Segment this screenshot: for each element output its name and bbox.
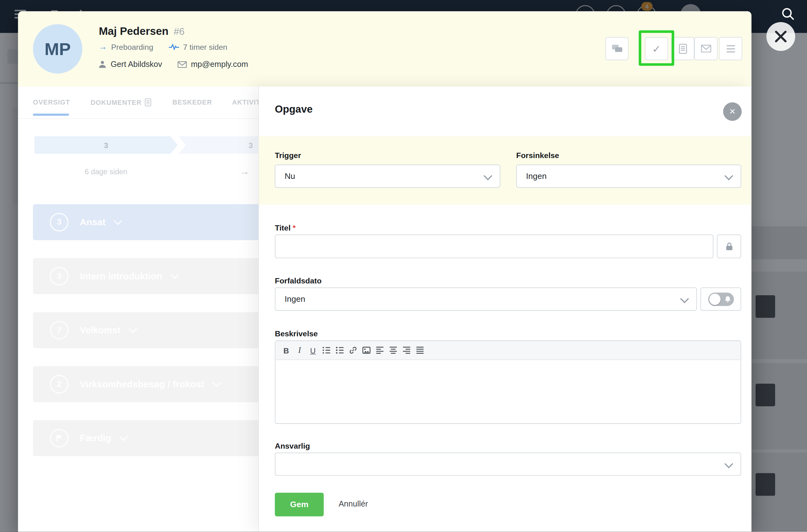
description-label: Beskrivelse [275, 329, 318, 338]
bullet-list-button[interactable] [333, 341, 347, 360]
title-input[interactable] [275, 234, 713, 258]
candidate-stage: Preboarding [111, 42, 153, 51]
tab-beskeder[interactable]: BESKEDER [172, 98, 212, 106]
drawer-title: Opgave [275, 103, 313, 115]
menu-icon [726, 44, 735, 53]
pipeline-arrow-icon: → [239, 166, 250, 177]
chevron-down-icon [119, 433, 128, 441]
title-lock-button[interactable] [717, 234, 741, 258]
stage-label: Ansat [80, 217, 106, 228]
stage-label: Intern introduktion [80, 271, 162, 282]
trigger-select[interactable]: Nu [275, 165, 500, 188]
stage-row-ansat[interactable]: 3 Ansat [33, 204, 258, 240]
due-date-select[interactable]: Ingen [275, 287, 697, 310]
document-button[interactable] [671, 37, 694, 60]
close-icon: × [730, 106, 735, 117]
stage-row-velkomst[interactable]: 7 Velkomst [33, 312, 258, 348]
due-date-label: Forfaldsdato [275, 276, 322, 285]
pipeline-segment-2[interactable]: 3 [179, 136, 258, 154]
stage-count: 2 [50, 375, 69, 394]
pipeline-age-text: 6 dage siden [35, 168, 178, 176]
stage-row-virksomhedsbesoeg[interactable]: 2 Virksomhedsbesøg / frokost [33, 366, 258, 402]
email-button[interactable] [694, 37, 717, 60]
delay-select[interactable]: Ingen [516, 165, 741, 188]
align-left-button[interactable] [373, 341, 386, 360]
italic-button[interactable]: I [293, 341, 306, 360]
tab-oversigt[interactable]: OVERSIGT [33, 98, 70, 106]
more-menu-button[interactable] [719, 37, 742, 60]
chat-bubbles-icon [611, 44, 622, 53]
candidate-modal: MP Maj Pedersen #6 → Preboarding 7 timer… [18, 11, 752, 532]
candidate-name: Maj Pedersen [99, 25, 168, 38]
candidate-email: mp@emply.com [191, 60, 248, 69]
ordered-list-icon [322, 346, 330, 354]
image-icon [362, 346, 370, 354]
stage-row-intern-introduktion[interactable]: 3 Intern introduktion [33, 258, 258, 294]
stage-count: 3 [50, 213, 69, 231]
person-icon [98, 60, 107, 68]
email-icon [178, 61, 187, 68]
modal-close-button[interactable] [766, 22, 795, 51]
tab-dokumenter[interactable]: DOKUMENTER [91, 98, 151, 107]
bullet-list-icon [336, 346, 344, 354]
underline-button[interactable]: U [306, 341, 320, 360]
cancel-link[interactable]: Annullér [339, 499, 368, 509]
task-button[interactable]: ✓ [645, 37, 668, 60]
task-drawer: Opgave × Trigger Nu Forsinkelse Ingen Ti… [258, 87, 752, 532]
image-button[interactable] [360, 341, 373, 360]
chevron-down-icon [680, 294, 689, 303]
required-asterisk: * [293, 223, 296, 232]
pipeline-segment-1[interactable]: 3 [35, 136, 178, 154]
responsible-select[interactable] [275, 453, 741, 476]
chevron-down-icon [483, 171, 492, 180]
lock-icon [725, 242, 733, 251]
tab-aktiviteter[interactable]: AKTIVITETER [232, 98, 258, 106]
bold-button[interactable]: B [280, 341, 293, 360]
candidate-overview-panel: OVERSIGT DOKUMENTER BESKEDER AKTIVITETER… [18, 87, 258, 532]
chevron-down-icon [725, 459, 733, 468]
candidate-responsible: Gert Abildskov [111, 60, 162, 69]
candidate-meta-row: → Preboarding 7 timer siden [99, 42, 227, 52]
reminder-toggle[interactable] [700, 287, 741, 310]
candidate-header: MP Maj Pedersen #6 → Preboarding 7 timer… [18, 11, 752, 87]
candidate-avatar: MP [33, 24, 82, 74]
align-center-button[interactable] [386, 341, 400, 360]
stage-row-faerdig[interactable]: Færdig [33, 420, 258, 456]
chevron-down-icon [725, 171, 733, 180]
description-textarea[interactable] [275, 360, 740, 424]
save-button[interactable]: Gem [275, 493, 324, 516]
ordered-list-button[interactable] [320, 341, 333, 360]
comments-button[interactable] [605, 37, 628, 60]
envelope-icon [701, 45, 711, 53]
align-right-button[interactable] [400, 341, 413, 360]
trigger-label: Trigger [275, 151, 301, 159]
flag-icon [50, 429, 69, 448]
align-justify-icon [416, 346, 424, 354]
link-button[interactable] [347, 341, 360, 360]
chevron-down-icon [114, 216, 122, 225]
search-icon[interactable] [780, 6, 796, 22]
chevron-down-icon [170, 270, 179, 279]
chevron-down-icon [212, 378, 221, 387]
candidate-last-activity: 7 timer siden [183, 42, 227, 51]
align-justify-button[interactable] [413, 341, 426, 360]
toggle-track [708, 293, 734, 306]
candidate-number: #6 [174, 26, 185, 37]
drawer-close-button[interactable]: × [723, 102, 742, 121]
align-right-icon [403, 346, 411, 354]
stage-label: Virksomhedsbesøg / frokost [80, 379, 204, 390]
link-icon [349, 346, 357, 354]
activity-pulse-icon [169, 43, 179, 51]
editor-toolbar: B I U [275, 341, 740, 360]
document-mini-icon [145, 98, 151, 107]
bell-icon [725, 296, 731, 302]
stage-count: 3 [50, 267, 69, 286]
candidate-name-row: Maj Pedersen #6 [99, 25, 184, 38]
stage-label: Velkomst [80, 325, 121, 336]
screen: Emply ? 4 MP Maj Pedersen [0, 0, 807, 532]
tab-bar: OVERSIGT DOKUMENTER BESKEDER AKTIVITETER [18, 87, 258, 119]
stage-arrow-icon: → [99, 42, 107, 52]
chevron-down-icon [129, 324, 137, 333]
check-icon: ✓ [652, 42, 661, 55]
stage-label: Færdig [80, 433, 111, 444]
